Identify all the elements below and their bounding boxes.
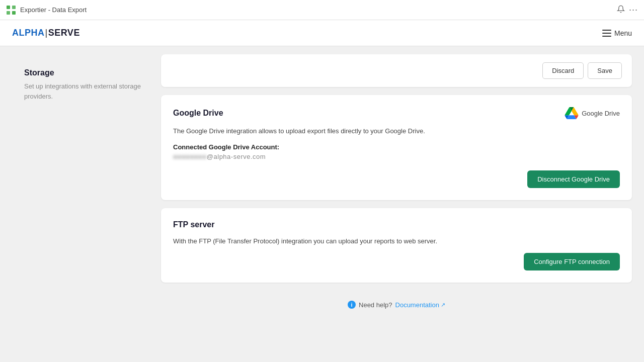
svg-rect-3 bbox=[12, 11, 16, 15]
ftp-description: With the FTP (File Transfer Protocol) in… bbox=[173, 236, 620, 246]
help-text: Need help? bbox=[359, 301, 392, 309]
google-drive-actions: Disconnect Google Drive bbox=[173, 170, 620, 188]
hamburger-icon bbox=[602, 30, 611, 37]
titlebar-left: Exportier - Data Export bbox=[6, 5, 87, 15]
storage-section-label: Storage Set up integrations with externa… bbox=[24, 58, 149, 101]
titlebar-right: ··· bbox=[617, 5, 638, 15]
info-icon: i bbox=[348, 301, 356, 309]
menu-label: Menu bbox=[614, 29, 632, 37]
connected-account-label: Connected Google Drive Account: bbox=[173, 143, 620, 151]
notification-icon[interactable] bbox=[617, 5, 625, 15]
svg-rect-0 bbox=[7, 6, 10, 9]
svg-rect-1 bbox=[12, 6, 16, 9]
logo-sep: | bbox=[45, 28, 48, 38]
ftp-actions: Configure FTP connection bbox=[173, 253, 620, 270]
top-action-card: Discard Save bbox=[161, 54, 632, 87]
discard-button[interactable]: Discard bbox=[542, 62, 584, 79]
navbar: ALPHA|SERVE Menu bbox=[0, 20, 644, 46]
app-icon bbox=[6, 5, 16, 15]
titlebar: Exportier - Data Export ··· bbox=[0, 0, 644, 20]
ftp-card-header: FTP server bbox=[173, 220, 620, 229]
logo-serve: SERVE bbox=[48, 28, 80, 38]
content-area: Discard Save Google Drive Google bbox=[161, 46, 644, 362]
ftp-title: FTP server bbox=[173, 220, 214, 229]
google-drive-title: Google Drive bbox=[173, 109, 223, 118]
disconnect-google-drive-button[interactable]: Disconnect Google Drive bbox=[527, 170, 620, 188]
documentation-label: Documentation bbox=[395, 301, 439, 309]
section-title: Storage bbox=[24, 68, 149, 77]
google-drive-logo: Google Drive bbox=[565, 107, 620, 119]
configure-ftp-button[interactable]: Configure FTP connection bbox=[524, 253, 620, 270]
google-drive-description: The Google Drive integration allows to u… bbox=[173, 126, 620, 136]
google-drive-card-header: Google Drive Google Drive bbox=[173, 107, 620, 119]
main-layout: Storage Set up integrations with externa… bbox=[0, 46, 644, 362]
sidebar-area: Storage Set up integrations with externa… bbox=[0, 46, 161, 362]
svg-rect-2 bbox=[7, 11, 10, 15]
connected-email: ●●●●●●●●@alpha-serve.com bbox=[173, 153, 620, 160]
google-drive-logo-label: Google Drive bbox=[582, 110, 620, 117]
save-button[interactable]: Save bbox=[588, 62, 622, 79]
section-description: Set up integrations with external storag… bbox=[24, 81, 149, 101]
documentation-link[interactable]: Documentation ↗ bbox=[395, 301, 445, 309]
titlebar-title: Exportier - Data Export bbox=[20, 6, 87, 14]
logo: ALPHA|SERVE bbox=[12, 28, 80, 38]
google-drive-icon bbox=[565, 107, 579, 119]
email-blurred-part: ●●●●●●●● bbox=[173, 153, 207, 160]
logo-alpha: ALPHA bbox=[12, 28, 45, 38]
email-domain: @alpha-serve.com bbox=[207, 153, 266, 160]
google-drive-card: Google Drive Google Drive The Google Dri… bbox=[161, 95, 632, 200]
menu-button[interactable]: Menu bbox=[602, 29, 632, 37]
ftp-server-card: FTP server With the FTP (File Transfer P… bbox=[161, 208, 632, 283]
help-footer: i Need help? Documentation ↗ bbox=[161, 291, 632, 314]
external-link-icon: ↗ bbox=[441, 302, 445, 308]
more-options-icon[interactable]: ··· bbox=[629, 5, 638, 15]
